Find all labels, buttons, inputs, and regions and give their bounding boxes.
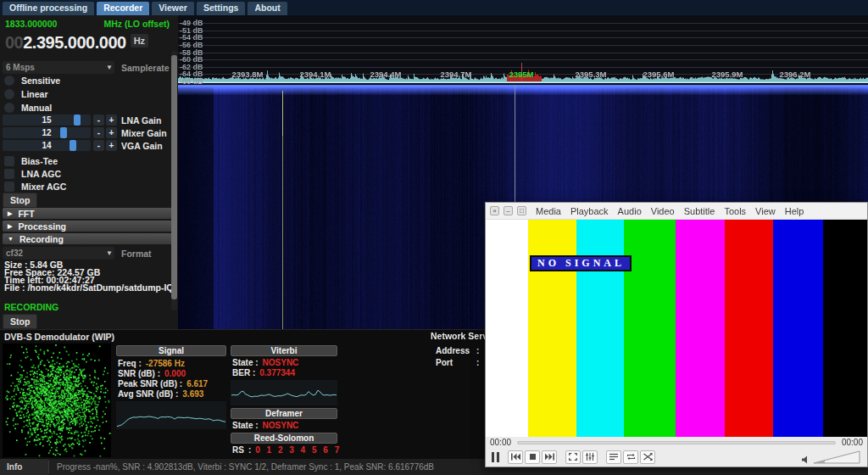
radio-icon[interactable] [4, 75, 14, 86]
time-elapsed: 00:00 [490, 438, 511, 447]
sidebar-scrollbar[interactable] [171, 51, 177, 310]
freq-axis-tick: 2394.4M [360, 70, 411, 79]
seek-bar[interactable] [517, 441, 836, 444]
signal-avg-snr-row: Avg SNR (dB) : 3.693 [118, 389, 203, 399]
freq-axis-tick: 2394.7M [431, 70, 481, 79]
frequency-value[interactable]: 2.395.000.000 [23, 33, 125, 52]
section-fft[interactable]: ▶ FFT [3, 208, 172, 219]
lna-gain-increment-button[interactable]: + [106, 115, 117, 126]
vlc-video-area[interactable]: NO SIGNAL [486, 220, 867, 437]
color-bar [676, 220, 726, 437]
menu-view[interactable]: View [755, 206, 776, 216]
color-bar [576, 220, 624, 437]
menu-subtitle[interactable]: Subtitle [684, 206, 715, 216]
radio-sensitive[interactable]: Sensitive [4, 75, 60, 86]
vlc-menu-bar: Media Playback Audio Video Subtitle Tool… [536, 206, 804, 216]
playlist-button[interactable] [606, 450, 621, 464]
rs-colon: : [248, 445, 251, 455]
deframer-panel-header: Deframer [231, 408, 337, 419]
freq-axis-tick: 2395.9M [702, 70, 753, 79]
vga-gain-decrement-button[interactable]: - [93, 140, 104, 151]
speaker-icon[interactable] [802, 455, 810, 464]
vlc-titlebar[interactable]: × – □ Media Playback Audio Video Subtitl… [486, 203, 867, 220]
mixer-gain-increment-button[interactable]: + [106, 127, 117, 138]
stop-playback-button[interactable] [525, 450, 540, 464]
mixer-gain-slider[interactable]: 12 [3, 127, 91, 138]
chevron-down-icon[interactable]: ▼ [106, 249, 113, 257]
signal-avg-snr-label: Avg SNR (dB) : [118, 389, 178, 399]
shuffle-button[interactable] [640, 450, 655, 464]
signal-peak-snr-value: 6.617 [186, 379, 208, 388]
samplerate-select[interactable]: 6 Msps [3, 61, 114, 74]
close-icon[interactable]: × [490, 206, 499, 215]
freq-axis-tick-current: 2395M [496, 70, 547, 79]
maximize-icon[interactable]: □ [517, 206, 526, 215]
mixer-gain-decrement-button[interactable]: - [93, 127, 104, 138]
statusbar-divider [48, 461, 49, 473]
demodulator-title: DVB-S Demodulator (WIP) [4, 332, 114, 342]
freq-axis-tick: 2394.1M [290, 70, 341, 79]
freq-axis-tick: 2395.3M [565, 70, 616, 79]
collapse-arrow-icon: ▶ [8, 210, 12, 217]
lo-frequency-value[interactable]: 1833.000000 [5, 19, 57, 29]
checkbox-icon[interactable] [4, 169, 14, 179]
signal-snr-value: 0.000 [164, 369, 186, 378]
stop-source-button[interactable]: Stop [3, 193, 37, 208]
fullscreen-button[interactable] [565, 450, 581, 464]
vga-gain-slider[interactable]: 14 [3, 140, 91, 151]
radio-manual[interactable]: Manual [4, 102, 52, 113]
volume-slider[interactable] [813, 450, 860, 464]
loop-button[interactable] [623, 450, 638, 464]
signal-panel: Signal Freq : -27586 Hz SNR (dB) : 0.000… [116, 345, 226, 458]
no-signal-overlay: NO SIGNAL [530, 255, 632, 271]
status-text: Progress -nan%, SNR : 4.902813dB, Viterb… [57, 459, 434, 475]
samplerate-label: Samplerate [121, 63, 170, 73]
radio-icon[interactable] [4, 103, 14, 113]
frequency-display[interactable]: 002.395.000.000Hz [5, 33, 148, 53]
tab-about[interactable]: About [248, 2, 287, 15]
mixer-gain-value: 12 [3, 128, 91, 137]
minimize-icon[interactable]: – [504, 206, 513, 215]
reed-solomon-row: RS : 0 1 2 3 4 5 6 7 [232, 445, 339, 455]
vlc-seek-row: 00:00 00:00 [486, 437, 867, 448]
stop-recording-button[interactable]: Stop [3, 314, 37, 329]
menu-help[interactable]: Help [785, 206, 804, 216]
checkbox-mixer-agc[interactable]: Mixer AGC [4, 181, 66, 192]
scrollbar-thumb[interactable] [171, 55, 177, 299]
format-select[interactable]: cf32 [3, 247, 114, 260]
signal-freq-label: Freq : [118, 359, 142, 368]
checkbox-bias-tee[interactable]: Bias-Tee [4, 155, 58, 166]
checkbox-lna-agc[interactable]: LNA AGC [4, 168, 61, 179]
signal-freq-value: -27586 Hz [146, 359, 185, 368]
previous-button[interactable] [508, 450, 523, 464]
tab-offline-processing[interactable]: Offline processing [3, 2, 94, 15]
menu-tools[interactable]: Tools [724, 206, 746, 216]
extended-settings-button[interactable] [582, 450, 598, 464]
checkbox-icon[interactable] [4, 182, 14, 192]
tab-settings[interactable]: Settings [197, 2, 245, 15]
section-recording[interactable]: ▼ Recording [3, 233, 172, 244]
viterbi-state-label: State : [232, 358, 259, 367]
color-bar [624, 220, 675, 437]
tab-viewer[interactable]: Viewer [152, 2, 194, 15]
menu-media[interactable]: Media [536, 206, 561, 216]
checkbox-icon[interactable] [4, 156, 14, 166]
radio-icon[interactable] [4, 89, 14, 99]
menu-video[interactable]: Video [651, 206, 675, 216]
chevron-down-icon[interactable]: ▼ [106, 64, 113, 71]
tab-recorder[interactable]: Recorder [97, 2, 149, 15]
vlc-window: × – □ Media Playback Audio Video Subtitl… [485, 202, 868, 467]
vga-gain-label: VGA Gain [121, 141, 163, 151]
next-button[interactable] [542, 450, 557, 464]
freq-axis-tick: 2396.2M [770, 70, 821, 79]
radio-linear[interactable]: Linear [4, 88, 48, 99]
pause-button[interactable] [492, 452, 499, 462]
format-label: Format [121, 249, 152, 259]
lna-gain-slider[interactable]: 15 [3, 115, 91, 126]
menu-playback[interactable]: Playback [570, 206, 609, 216]
menu-audio[interactable]: Audio [618, 206, 642, 216]
satdump-app: Offline processing Recorder Viewer Setti… [0, 0, 868, 475]
section-processing[interactable]: ▶ Processing [3, 221, 172, 232]
vga-gain-increment-button[interactable]: + [106, 140, 117, 151]
lna-gain-decrement-button[interactable]: - [93, 115, 104, 126]
